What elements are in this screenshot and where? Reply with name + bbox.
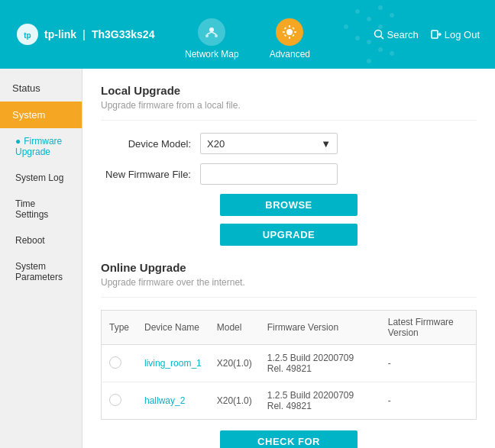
check-for-upgrades-button[interactable]: CHECK FOR UPGRADES <box>220 430 358 448</box>
row1-type[interactable] <box>102 345 138 382</box>
sidebar-item-system-log[interactable]: System Log <box>0 165 82 191</box>
new-firmware-row: New Firmware File: <box>101 163 477 185</box>
svg-point-9 <box>344 24 348 29</box>
svg-point-8 <box>355 36 360 40</box>
tp-link-icon: tp <box>15 22 40 47</box>
col-device-name: Device Name <box>137 311 209 345</box>
sidebar-item-system-parameters[interactable]: System Parameters <box>0 253 82 290</box>
nav-item-network-map[interactable]: Network Map <box>185 18 239 63</box>
nav-label-advanced: Advanced <box>270 49 310 60</box>
sidebar-item-time-settings[interactable]: Time Settings <box>0 191 82 227</box>
check-upgrades-btn-row: CHECK FOR UPGRADES <box>101 430 477 448</box>
table-row: living_room_1 X20(1.0) 1.2.5 Build 20200… <box>102 345 477 382</box>
row2-firmware-version: 1.2.5 Build 20200709 Rel. 49821 <box>260 382 380 420</box>
col-firmware-version: Firmware Version <box>260 311 380 345</box>
upgrade-btn-row: UPGRADE <box>101 224 477 246</box>
device-model-dropdown[interactable]: X20 ▼ <box>200 133 338 154</box>
local-upgrade-section: Local Upgrade Upgrade firmware from a lo… <box>101 84 477 246</box>
sidebar-item-reboot[interactable]: Reboot <box>0 227 82 253</box>
svg-point-0 <box>378 5 383 10</box>
svg-point-7 <box>378 47 383 52</box>
radio-button-row2[interactable] <box>109 394 121 406</box>
row2-device-name: hallway_2 <box>137 382 209 420</box>
svg-point-2 <box>367 17 371 21</box>
sidebar-item-system[interactable]: System <box>0 102 82 128</box>
svg-rect-26 <box>284 34 287 37</box>
svg-point-15 <box>205 34 209 37</box>
local-upgrade-desc: Upgrade firmware from a local file. <box>101 100 477 121</box>
main-layout: Status System ●Firmware Upgrade System L… <box>0 69 495 448</box>
svg-point-16 <box>215 34 218 37</box>
svg-point-6 <box>367 40 371 44</box>
svg-rect-22 <box>283 31 285 33</box>
row1-device-name: living_room_1 <box>137 345 209 382</box>
online-upgrade-section: Online Upgrade Upgrade firmware over the… <box>101 261 477 448</box>
online-upgrade-desc: Upgrade firmware over the internet. <box>101 277 477 298</box>
col-model: Model <box>209 311 260 345</box>
logo: tp tp-link | Th3G33ks24 <box>15 22 154 47</box>
svg-point-3 <box>378 24 383 29</box>
table-body: living_room_1 X20(1.0) 1.2.5 Build 20200… <box>102 345 477 420</box>
new-firmware-input[interactable] <box>200 163 338 185</box>
header-nav: Network Map <box>185 0 310 69</box>
local-upgrade-title: Local Upgrade <box>101 84 477 97</box>
header-decoration <box>304 0 396 69</box>
browse-button[interactable]: BROWSE <box>220 194 358 216</box>
svg-rect-25 <box>293 34 296 37</box>
nav-item-advanced[interactable]: Advanced <box>270 18 310 63</box>
svg-point-5 <box>390 32 394 37</box>
logout-button[interactable]: Log Out <box>431 29 480 40</box>
online-upgrade-title: Online Upgrade <box>101 261 477 274</box>
sidebar-item-firmware-upgrade[interactable]: ●Firmware Upgrade <box>0 128 82 165</box>
nav-label-network-map: Network Map <box>185 49 239 60</box>
svg-text:tp: tp <box>24 31 31 40</box>
svg-rect-24 <box>284 27 287 30</box>
network-map-icon <box>198 18 225 46</box>
svg-rect-21 <box>289 37 290 39</box>
sidebar: Status System ●Firmware Upgrade System L… <box>0 69 82 448</box>
row1-latest-firmware: - <box>380 345 477 382</box>
chevron-down-icon: ▼ <box>321 138 331 150</box>
svg-point-1 <box>390 13 394 18</box>
svg-point-4 <box>355 9 360 14</box>
row1-firmware-version: 1.2.5 Build 20200709 Rel. 49821 <box>260 345 380 382</box>
svg-rect-27 <box>293 27 296 30</box>
row2-latest-firmware: - <box>380 382 477 420</box>
sidebar-item-status[interactable]: Status <box>0 75 82 102</box>
device-model-label: Device Model: <box>101 138 200 150</box>
header: tp tp-link | Th3G33ks24 Network Map <box>0 0 495 69</box>
svg-point-11 <box>367 59 371 63</box>
device-model-row: Device Model: X20 ▼ <box>101 133 477 154</box>
header-divider: | <box>82 28 86 40</box>
table-header: Type Device Name Model Firmware Version … <box>102 311 477 345</box>
header-username: Th3G33ks24 <box>92 28 155 40</box>
browse-btn-row: BROWSE <box>101 194 477 216</box>
bullet-icon: ● <box>15 136 21 147</box>
svg-point-10 <box>390 51 394 56</box>
online-upgrade-table: Type Device Name Model Firmware Version … <box>101 310 477 420</box>
svg-line-17 <box>207 32 212 34</box>
row2-model: X20(1.0) <box>209 382 260 420</box>
svg-rect-20 <box>289 25 290 27</box>
row2-type[interactable] <box>102 382 138 420</box>
svg-rect-30 <box>432 31 438 38</box>
brand-name: tp-link <box>44 28 76 40</box>
advanced-icon <box>276 18 303 46</box>
col-latest-firmware: Latest Firmware Version <box>380 311 477 345</box>
svg-line-18 <box>212 32 216 34</box>
svg-point-19 <box>286 29 293 35</box>
svg-point-14 <box>209 27 214 32</box>
device-model-select[interactable]: X20 ▼ <box>200 133 353 154</box>
content-area: Local Upgrade Upgrade firmware from a lo… <box>82 69 495 448</box>
row1-model: X20(1.0) <box>209 345 260 382</box>
svg-rect-23 <box>294 31 296 33</box>
logout-icon <box>431 29 442 40</box>
col-type: Type <box>102 311 138 345</box>
radio-button-row1[interactable] <box>109 356 121 369</box>
new-firmware-input-wrap <box>200 163 353 185</box>
upgrade-button[interactable]: UPGRADE <box>220 224 358 246</box>
new-firmware-label: New Firmware File: <box>101 169 200 180</box>
table-row: hallway_2 X20(1.0) 1.2.5 Build 20200709 … <box>102 382 477 420</box>
table-header-row: Type Device Name Model Firmware Version … <box>102 311 477 345</box>
